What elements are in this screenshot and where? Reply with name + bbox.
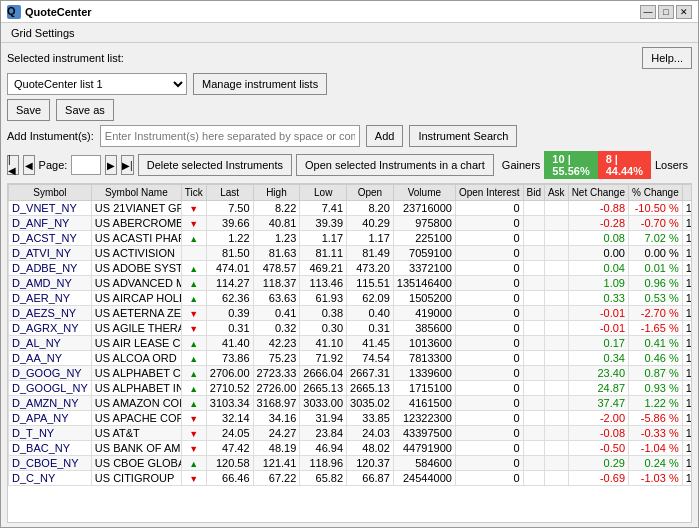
instrument-list-dropdown[interactable]: QuoteCenter list 1 [7,73,187,95]
table-row[interactable]: D_ATVI_NY US ACTIVISION 81.50 81.63 81.1… [9,246,693,261]
cell-ask [544,261,568,276]
table-header-row: Symbol Symbol Name Tick Last High Low Op… [9,185,693,201]
instrument-search-button[interactable]: Instrument Search [409,125,517,147]
table-row[interactable]: D_BAC_NY US BANK OF AMERIC ▼ 47.42 48.19… [9,441,693,456]
cell-pct: 0.87 % [629,366,683,381]
cell-oi: 0 [455,321,523,336]
table-row[interactable]: D_C_NY US CITIGROUP ▼ 66.46 67.22 65.82 … [9,471,693,486]
cell-last: 1.22 [206,231,253,246]
cell-low: 0.38 [300,306,347,321]
table-row[interactable]: D_AMD_NY US ADVANCED MICRO ▲ 114.27 118.… [9,276,693,291]
tick-down-icon: ▼ [189,204,198,214]
cell-ask [544,246,568,261]
cell-bid [523,396,544,411]
cell-bid [523,321,544,336]
first-page-button[interactable]: |◀ [7,155,19,175]
maximize-button[interactable]: □ [658,5,674,19]
table-row[interactable]: D_AEZS_NY US AETERNA ZENTARI ▼ 0.39 0.41… [9,306,693,321]
open-selected-button[interactable]: Open selected Instruments in a chart [296,154,494,176]
cell-ask [544,441,568,456]
cell-low: 61.93 [300,291,347,306]
cell-open: 0.31 [347,321,394,336]
table-row[interactable]: D_GOOG_NY US ALPHABET CLASS ▲ 2706.00 27… [9,366,693,381]
col-high: High [253,185,300,201]
tick-up-icon: ▲ [189,294,198,304]
content-area: Selected instrument list: Help... QuoteC… [1,43,698,527]
title-bar-controls: — □ ✕ [640,5,692,19]
page-input[interactable]: 1 [71,155,101,175]
cell-tick: ▼ [181,201,206,216]
table-row[interactable]: D_AA_NY US ALCOA ORD ▲ 73.86 75.23 71.92… [9,351,693,366]
cell-name: US AETERNA ZENTARI [91,306,181,321]
cell-open: 66.87 [347,471,394,486]
cell-pct: 0.00 % [629,246,683,261]
table-row[interactable]: D_CBOE_NY US CBOE GLOBAL MA ▲ 120.58 121… [9,456,693,471]
table-row[interactable]: D_ADBE_NY US ADOBE SYSTEM ▲ 474.01 478.5… [9,261,693,276]
data-table-wrapper[interactable]: Symbol Symbol Name Tick Last High Low Op… [7,183,692,523]
cell-volume: 1715100 [393,381,455,396]
cell-open: 41.45 [347,336,394,351]
help-button[interactable]: Help... [642,47,692,69]
cell-volume: 12322300 [393,411,455,426]
cell-ask [544,336,568,351]
table-row[interactable]: D_AMZN_NY US AMAZON COM ▲ 3103.34 3168.9… [9,396,693,411]
table-row[interactable]: D_AL_NY US AIR LEASE CORP ▲ 41.40 42.23 … [9,336,693,351]
cell-tick: ▲ [181,336,206,351]
table-row[interactable]: D_AGRX_NY US AGILE THERAPEUT ▼ 0.31 0.32… [9,321,693,336]
cell-volume: 385600 [393,321,455,336]
cell-net: 23.40 [568,366,628,381]
close-button[interactable]: ✕ [676,5,692,19]
cell-low: 46.94 [300,441,347,456]
menu-grid-settings[interactable]: Grid Settings [5,25,81,41]
cell-oi: 0 [455,246,523,261]
cell-low: 469.21 [300,261,347,276]
manage-button[interactable]: Manage instrument lists [193,73,327,95]
table-row[interactable]: D_T_NY US AT&T ▼ 24.05 24.27 23.84 24.03… [9,426,693,441]
table-row[interactable]: D_ACST_NY US ACASTI PHARMA I ▲ 1.22 1.23… [9,231,693,246]
next-page-button[interactable]: ▶ [105,155,117,175]
col-net-change: Net Change [568,185,628,201]
cell-net: -0.88 [568,201,628,216]
cell-tick: ▲ [181,396,206,411]
cell-last: 0.39 [206,306,253,321]
cell-open: 81.49 [347,246,394,261]
cell-high: 118.37 [253,276,300,291]
cell-pct: 0.46 % [629,351,683,366]
instrument-input[interactable] [100,125,360,147]
cell-last: 47.42 [206,441,253,456]
cell-tick: ▲ [181,291,206,306]
cell-low: 41.10 [300,336,347,351]
tick-down-icon: ▼ [189,414,198,424]
cell-last: 2710.52 [206,381,253,396]
cell-volume: 1505200 [393,291,455,306]
table-row[interactable]: D_ANF_NY US ABERCROMBIE OR ▼ 39.66 40.81… [9,216,693,231]
table-row[interactable]: D_AER_NY US AIRCAP HOLDING ▲ 62.36 63.63… [9,291,693,306]
cell-tick: ▼ [181,216,206,231]
cell-high: 478.57 [253,261,300,276]
cell-name: US ALCOA ORD [91,351,181,366]
minimize-button[interactable]: — [640,5,656,19]
col-last: Last [206,185,253,201]
cell-date: 14/02/22 [682,441,692,456]
cell-last: 7.50 [206,201,253,216]
table-row[interactable]: D_VNET_NY US 21VIANET GROUP ▼ 7.50 8.22 … [9,201,693,216]
cell-symbol: D_ATVI_NY [9,246,92,261]
table-row[interactable]: D_GOOGL_NY US ALPHABET INC CL ▲ 2710.52 … [9,381,693,396]
add-button[interactable]: Add [366,125,404,147]
col-pct-change: % Change [629,185,683,201]
cell-date: 14/02/22 [682,291,692,306]
col-date: Date [682,185,692,201]
table-row[interactable]: D_APA_NY US APACHE CORP ▼ 32.14 34.16 31… [9,411,693,426]
prev-page-button[interactable]: ◀ [23,155,35,175]
cell-net: -0.28 [568,216,628,231]
cell-low: 23.84 [300,426,347,441]
cell-bid [523,471,544,486]
col-low: Low [300,185,347,201]
save-button[interactable]: Save [7,99,50,121]
last-page-button[interactable]: ▶| [121,155,134,175]
instrument-list-row: QuoteCenter list 1 Manage instrument lis… [7,73,692,95]
cell-bid [523,306,544,321]
cell-open: 120.37 [347,456,394,471]
save-as-button[interactable]: Save as [56,99,114,121]
delete-selected-button[interactable]: Delete selected Instruments [138,154,292,176]
